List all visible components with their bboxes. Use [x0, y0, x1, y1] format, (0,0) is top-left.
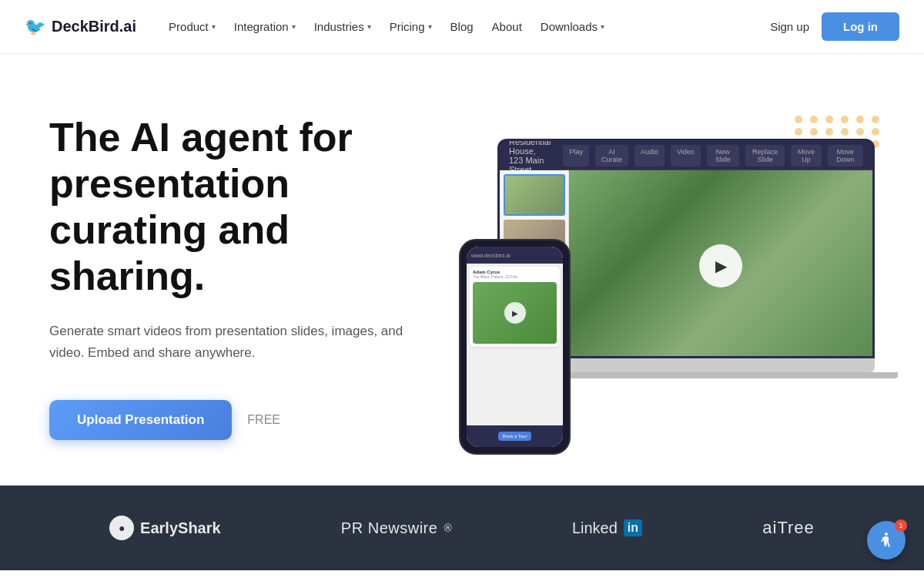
chevron-down-icon: ▾ — [367, 22, 371, 31]
nav-item-blog[interactable]: Blog — [443, 15, 481, 38]
accessibility-icon — [877, 531, 896, 549]
toolbar-btn-movedown: Move Down — [828, 145, 863, 166]
laptop-main-image: ▶ — [569, 170, 872, 358]
logo[interactable]: 🐦 DeckBird.ai — [25, 17, 136, 37]
toolbar-btn-replace: Replace Slide — [745, 145, 785, 166]
free-badge: FREE — [247, 413, 280, 427]
nav-item-about[interactable]: About — [484, 15, 530, 38]
phone-bottom-bar: Book a Tour — [467, 425, 563, 447]
nav-links: Product ▾ Integration ▾ Industries ▾ Pri… — [161, 15, 612, 38]
phone-screen: www.deckbird.ai Adam Cyrus You Want, Pal… — [467, 247, 563, 447]
chevron-down-icon: ▾ — [601, 22, 604, 31]
nav-left: 🐦 DeckBird.ai Product ▾ Integration ▾ In… — [25, 15, 612, 38]
phone-mockup: www.deckbird.ai Adam Cyrus You Want, Pal… — [459, 239, 571, 455]
nav-item-pricing[interactable]: Pricing ▾ — [382, 15, 440, 38]
hero-title: The AI agent for presentation curating a… — [49, 115, 444, 299]
nav-item-downloads[interactable]: Downloads ▾ — [533, 15, 612, 38]
toolbar-btn-moveup: Move Up — [791, 145, 821, 166]
phone-frame: www.deckbird.ai Adam Cyrus You Want, Pal… — [459, 239, 571, 455]
a11y-badge: 1 — [895, 519, 907, 532]
linkedin-in-badge: in — [624, 519, 642, 536]
phone-image-area: ▶ — [473, 282, 557, 344]
earlyshark-icon: ● — [109, 516, 134, 540]
hero-subtitle: Generate smart videos from presentation … — [49, 321, 419, 362]
logo-bird-icon: 🐦 — [25, 17, 45, 37]
slide-thumb-1 — [504, 174, 565, 216]
nav-right: Sign up Log in — [770, 12, 899, 41]
upload-presentation-button[interactable]: Upload Presentation — [49, 400, 232, 440]
login-button[interactable]: Log in — [822, 12, 899, 41]
nav-item-product[interactable]: Product ▾ — [161, 15, 223, 38]
navbar: 🐦 DeckBird.ai Product ▾ Integration ▾ In… — [0, 0, 924, 54]
hero-cta: Upload Presentation FREE — [49, 400, 444, 440]
toolbar-btn-video: Video — [671, 145, 701, 166]
laptop-play-button[interactable]: ▶ — [699, 244, 742, 287]
toolbar-buttons: Play AI Curate Audio Video New Slide Rep… — [563, 145, 863, 166]
phone-play-button[interactable]: ▶ — [504, 302, 526, 324]
chevron-down-icon: ▾ — [428, 22, 432, 31]
hero-illustration: Residential House, 123 Main Street Play … — [444, 123, 875, 432]
toolbar-btn-play: Play — [563, 145, 589, 166]
chevron-down-icon: ▾ — [212, 22, 216, 31]
phone-card-subtitle: You Want, Palace, 22 Feb... — [473, 274, 557, 279]
partner-aitree: aiTree — [762, 518, 815, 538]
nav-item-industries[interactable]: Industries ▾ — [306, 15, 379, 38]
laptop-main-view: ▶ — [569, 170, 872, 358]
phone-url: www.deckbird.ai — [471, 253, 511, 258]
phone-card: Adam Cyrus You Want, Palace, 22 Feb... ▶ — [470, 267, 560, 347]
toolbar-btn-aicurate: AI Curate — [595, 145, 628, 166]
toolbar-btn-audio: Audio — [634, 145, 665, 166]
toolbar-btn-newslide: New Slide — [707, 145, 739, 166]
partner-earlyshark: ● EarlyShark — [109, 516, 221, 540]
phone-book-tour[interactable]: Book a Tour — [498, 432, 532, 441]
laptop-toolbar: Residential House, 123 Main Street Play … — [500, 141, 872, 170]
sign-up-link[interactable]: Sign up — [770, 20, 809, 33]
toolbar-title: Residential House, 123 Main Street — [509, 139, 551, 174]
phone-header: www.deckbird.ai — [467, 247, 563, 264]
nav-item-integration[interactable]: Integration ▾ — [226, 15, 303, 38]
partner-linkedin: Linked in — [572, 519, 642, 537]
svg-point-0 — [885, 533, 888, 536]
accessibility-widget[interactable]: 1 — [867, 521, 906, 560]
partner-prnewswire: PR Newswire ® — [341, 519, 452, 537]
phone-content: Adam Cyrus You Want, Palace, 22 Feb... ▶ — [467, 264, 563, 425]
brand-name: DeckBird.ai — [52, 18, 136, 35]
chevron-down-icon: ▾ — [292, 22, 296, 31]
hero-section: The AI agent for presentation curating a… — [0, 54, 924, 486]
hero-content: The AI agent for presentation curating a… — [49, 115, 444, 440]
partners-bar: ● EarlyShark PR Newswire ® Linked in aiT… — [0, 486, 924, 570]
